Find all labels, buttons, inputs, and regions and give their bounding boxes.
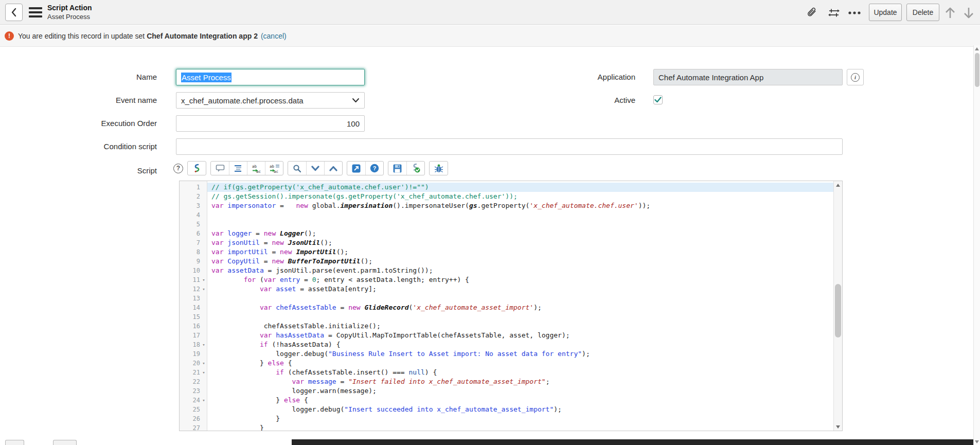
page-scrollbar[interactable]	[973, 45, 980, 445]
previous-record-icon[interactable]	[943, 6, 957, 20]
fold-spacer	[200, 377, 207, 386]
line-number: 8	[180, 247, 200, 257]
code-line: 6var logger = new Logger();	[180, 229, 833, 238]
line-number: 23	[180, 386, 200, 396]
code-text: var chefAssetsTable = new GlideRecord('x…	[207, 303, 833, 312]
scripting-help-icon[interactable]: ?	[365, 162, 383, 175]
comment-icon[interactable]	[211, 162, 229, 175]
code-line: 3var impersonator = new global.impersina…	[180, 201, 833, 210]
name-input-selected-text: Asset Process	[181, 73, 231, 82]
open-in-new-window-icon[interactable]	[347, 162, 365, 175]
code-text: for (var entry = 0; entry < assetData.le…	[207, 275, 833, 284]
line-number: 27	[180, 423, 200, 431]
replace-all-icon[interactable]: ab ac	[265, 162, 283, 175]
application-label: Application	[509, 73, 635, 81]
name-input[interactable]: Asset Process	[176, 69, 365, 85]
code-line: 11▾ for (var entry = 0; entry < assetDat…	[180, 275, 833, 284]
code-line: 8var importUtil = new ImportUtil();	[180, 247, 833, 257]
script-editor[interactable]: 1// if(gs.getProperty('x_chef_automate.c…	[179, 181, 843, 431]
code-text	[207, 312, 833, 322]
fold-spacer	[200, 312, 207, 322]
code-text: // gs.getSession().impersonate(gs.getPro…	[207, 192, 833, 201]
info-icon: i	[851, 73, 860, 82]
line-number: 19	[180, 349, 200, 359]
line-number: 14	[180, 303, 200, 312]
code-text: }	[207, 414, 833, 423]
application-field: Chef Automate Integration App	[653, 69, 843, 85]
find-next-icon[interactable]	[306, 162, 324, 175]
execution-order-label: Execution Order	[31, 119, 157, 128]
page-scrollbar-thumb[interactable]	[975, 53, 979, 87]
fold-spacer	[200, 414, 207, 423]
help-icon[interactable]: ?	[173, 164, 183, 173]
scroll-down-icon[interactable]	[834, 423, 842, 431]
code-line: 4	[180, 210, 833, 220]
active-checkbox[interactable]	[653, 95, 663, 104]
fold-toggle-icon[interactable]: ▾	[200, 359, 207, 368]
fold-toggle-icon[interactable]: ▾	[200, 396, 207, 405]
code-line: 21▾ if (chefAssetsTable.insert() === nul…	[180, 368, 833, 377]
update-button[interactable]: Update	[869, 4, 902, 21]
event-name-value: x_chef_automate.chef.process.data	[181, 96, 304, 105]
fold-spacer	[200, 386, 207, 396]
debug-icon[interactable]	[430, 162, 448, 175]
code-text: var CopyUtil = new BufferToImportUtil();	[207, 257, 833, 266]
code-text: var message = "Insert failed into x_chef…	[207, 377, 833, 386]
application-value: Chef Automate Integration App	[658, 73, 763, 82]
svg-text:?: ?	[373, 165, 377, 171]
fold-toggle-icon[interactable]: ▾	[200, 368, 207, 377]
svg-text:ac: ac	[256, 169, 261, 173]
line-number: 6	[180, 229, 200, 238]
menu-icon[interactable]	[29, 7, 42, 17]
scroll-up-icon[interactable]	[834, 181, 842, 189]
header-bar: Script Action Asset Process Update Delet…	[0, 0, 980, 25]
code-text: logger.debug("Business Rule Insert to As…	[207, 349, 833, 359]
execution-order-input[interactable]: 100	[176, 115, 365, 132]
condition-script-input[interactable]	[176, 138, 843, 155]
cancel-link[interactable]: (cancel)	[261, 32, 287, 40]
code-line: 18▾ if (!hasAssetData) {	[180, 340, 833, 349]
event-name-select[interactable]: x_chef_automate.chef.process.data	[176, 92, 365, 109]
fold-spacer	[200, 201, 207, 210]
code-line: 1// if(gs.getProperty('x_chef_automate.c…	[180, 183, 833, 192]
line-number: 10	[180, 266, 200, 275]
update-set-banner: ! You are editing this record in update …	[0, 25, 980, 47]
syntax-editor-toggle-icon[interactable]	[188, 162, 206, 175]
sliders-icon[interactable]	[827, 6, 841, 20]
save-icon[interactable]	[388, 162, 406, 175]
partial-bottom-button-2[interactable]	[53, 440, 77, 445]
application-info-button[interactable]: i	[847, 69, 864, 85]
editor-scrollbar[interactable]	[833, 181, 842, 431]
code-text	[207, 220, 833, 229]
page-scroll-up-icon[interactable]	[974, 45, 980, 52]
code-text: if (chefAssetsTable.insert() === null) {	[207, 368, 833, 377]
format-code-icon[interactable]	[229, 162, 247, 175]
line-number: 25	[180, 405, 200, 414]
delete-button[interactable]: Delete	[906, 4, 939, 21]
banner-update-set-name: Chef Automate Integration app 2	[147, 32, 258, 40]
fold-spacer	[200, 423, 207, 431]
partial-bottom-button-1[interactable]	[5, 440, 24, 445]
fold-spacer	[200, 229, 207, 238]
fold-spacer	[200, 349, 207, 359]
fold-toggle-icon[interactable]: ▾	[200, 284, 207, 294]
fold-spacer	[200, 266, 207, 275]
page-scroll-down-icon[interactable]	[974, 438, 980, 445]
fold-toggle-icon[interactable]: ▾	[200, 340, 207, 349]
next-record-icon[interactable]	[962, 6, 975, 20]
code-line: 9var CopyUtil = new BufferToImportUtil()…	[180, 257, 833, 266]
code-line: 24▾ } else {	[180, 396, 833, 405]
back-button[interactable]	[5, 4, 23, 21]
name-label: Name	[31, 73, 157, 81]
replace-icon[interactable]: ab ac	[247, 162, 265, 175]
line-number: 22	[180, 377, 200, 386]
find-previous-icon[interactable]	[324, 162, 342, 175]
syntax-check-icon[interactable]	[406, 162, 424, 175]
search-icon[interactable]	[288, 162, 306, 175]
fold-toggle-icon[interactable]: ▾	[200, 275, 207, 284]
back-icon	[10, 8, 17, 17]
editor-scrollbar-thumb[interactable]	[835, 284, 841, 337]
attachment-icon[interactable]	[805, 6, 818, 20]
code-line: 16 chefAssetsTable.initialize();	[180, 322, 833, 331]
more-options-icon[interactable]	[848, 6, 861, 20]
